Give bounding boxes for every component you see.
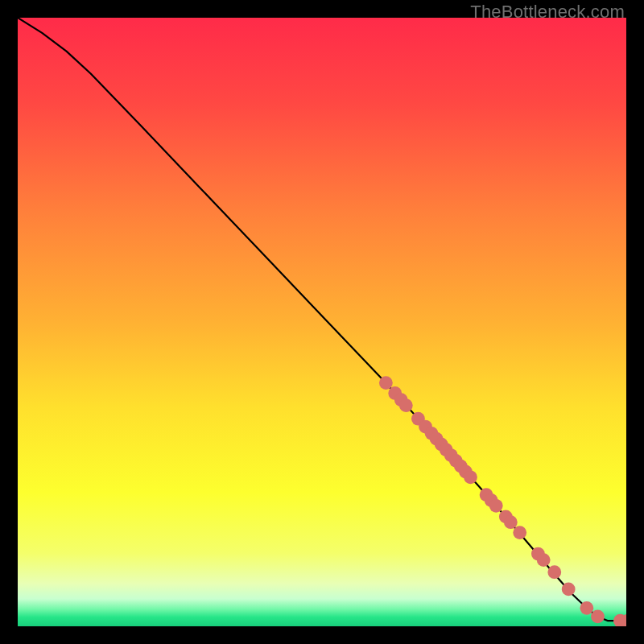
chart-frame [18, 18, 626, 626]
watermark-text: TheBottleneck.com [470, 2, 625, 23]
scatter-point [504, 515, 518, 529]
scatter-point [513, 526, 526, 539]
scatter-point [399, 398, 413, 412]
scatter-point [379, 376, 393, 390]
scatter-point [580, 601, 593, 615]
chart-svg [18, 18, 626, 626]
scatter-point [591, 610, 605, 624]
scatter-point [537, 553, 551, 567]
scatter-point [562, 582, 576, 596]
chart-background [18, 18, 626, 626]
scatter-point [464, 470, 477, 484]
scatter-point [489, 499, 503, 513]
scatter-point [547, 565, 561, 579]
